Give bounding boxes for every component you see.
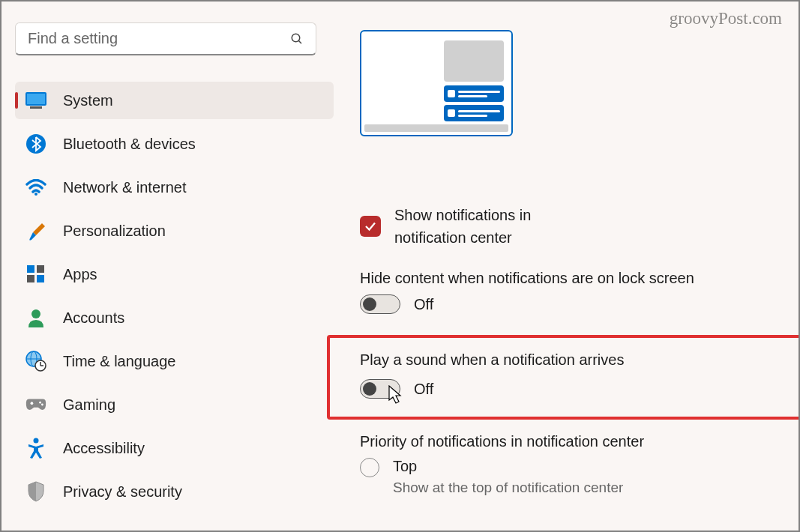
cursor-icon bbox=[388, 385, 403, 408]
svg-rect-9 bbox=[27, 275, 34, 282]
sidebar-item-personalization[interactable]: Personalization bbox=[15, 212, 334, 250]
svg-point-20 bbox=[41, 404, 43, 406]
clock-globe-icon bbox=[25, 351, 46, 372]
play-sound-state: Off bbox=[414, 381, 433, 398]
sidebar-item-accounts[interactable]: Accounts bbox=[15, 299, 334, 336]
search-icon bbox=[290, 32, 304, 46]
priority-top-radio[interactable] bbox=[360, 458, 379, 477]
priority-option: Priority of notifications in notificatio… bbox=[360, 433, 785, 496]
settings-sidebar: System Bluetooth & devices Network & int… bbox=[15, 22, 334, 531]
sidebar-item-label: Gaming bbox=[63, 396, 115, 414]
svg-point-0 bbox=[292, 34, 300, 42]
sidebar-item-accessibility[interactable]: Accessibility bbox=[15, 429, 334, 467]
bluetooth-icon bbox=[25, 133, 46, 154]
person-icon bbox=[25, 307, 46, 328]
sidebar-item-time-language[interactable]: Time & language bbox=[15, 342, 334, 380]
sidebar-item-label: Bluetooth & devices bbox=[63, 136, 196, 153]
svg-point-6 bbox=[34, 193, 37, 196]
sidebar-item-privacy[interactable]: Privacy & security bbox=[15, 473, 334, 510]
svg-point-18 bbox=[31, 402, 34, 405]
hide-content-option: Hide content when notifications are on l… bbox=[360, 270, 785, 314]
wifi-icon bbox=[25, 177, 46, 198]
svg-point-19 bbox=[39, 402, 41, 404]
svg-point-21 bbox=[34, 438, 39, 444]
sidebar-item-system[interactable]: System bbox=[15, 82, 334, 119]
notification-preview-thumbnail[interactable] bbox=[360, 30, 513, 136]
play-sound-label: Play a sound when a notification arrives bbox=[360, 351, 800, 369]
sidebar-item-bluetooth[interactable]: Bluetooth & devices bbox=[15, 125, 334, 163]
sidebar-item-label: System bbox=[63, 92, 113, 109]
hide-content-toggle[interactable] bbox=[360, 294, 400, 314]
settings-content: Show notifications in notification cente… bbox=[334, 22, 785, 531]
accessibility-icon bbox=[25, 438, 46, 459]
gamepad-icon bbox=[25, 394, 46, 415]
svg-rect-7 bbox=[27, 265, 34, 273]
sidebar-item-label: Accessibility bbox=[63, 440, 145, 457]
show-in-center-label: Show notifications in notification cente… bbox=[394, 204, 589, 249]
checkmark-icon bbox=[364, 220, 377, 233]
svg-rect-4 bbox=[30, 106, 42, 109]
preview-taskbar bbox=[364, 124, 508, 132]
preview-notification-item bbox=[444, 105, 504, 121]
preview-notification-item bbox=[444, 85, 504, 102]
watermark-text: groovyPost.com bbox=[670, 9, 782, 28]
system-icon bbox=[25, 90, 46, 111]
hide-content-state: Off bbox=[414, 296, 433, 313]
svg-rect-8 bbox=[37, 265, 44, 273]
svg-rect-10 bbox=[37, 275, 44, 282]
sidebar-item-label: Privacy & security bbox=[63, 483, 182, 501]
sidebar-item-label: Personalization bbox=[63, 223, 166, 240]
sidebar-item-gaming[interactable]: Gaming bbox=[15, 386, 334, 423]
highlighted-setting: Play a sound when a notification arrives… bbox=[327, 335, 800, 420]
svg-point-11 bbox=[31, 309, 40, 318]
hide-content-label: Hide content when notifications are on l… bbox=[360, 270, 785, 287]
show-in-center-option: Show notifications in notification cente… bbox=[360, 204, 785, 249]
sidebar-item-label: Time & language bbox=[63, 353, 175, 370]
svg-rect-3 bbox=[27, 94, 45, 104]
preview-widget bbox=[444, 40, 504, 82]
sidebar-item-label: Accounts bbox=[63, 309, 124, 327]
shield-icon bbox=[25, 481, 46, 502]
svg-line-1 bbox=[298, 40, 301, 43]
sidebar-item-network[interactable]: Network & internet bbox=[15, 169, 334, 206]
priority-top-sublabel: Show at the top of notification center bbox=[393, 480, 623, 496]
show-in-center-checkbox[interactable] bbox=[360, 216, 381, 237]
paintbrush-icon bbox=[25, 220, 46, 241]
sidebar-item-label: Apps bbox=[63, 266, 97, 283]
search-box[interactable] bbox=[15, 22, 316, 55]
search-input[interactable] bbox=[28, 30, 290, 47]
sidebar-item-apps[interactable]: Apps bbox=[15, 256, 334, 293]
priority-top-label: Top bbox=[393, 458, 623, 475]
apps-icon bbox=[25, 264, 46, 285]
priority-label: Priority of notifications in notificatio… bbox=[360, 433, 785, 450]
nav-list: System Bluetooth & devices Network & int… bbox=[15, 82, 334, 510]
sidebar-item-label: Network & internet bbox=[63, 179, 187, 196]
